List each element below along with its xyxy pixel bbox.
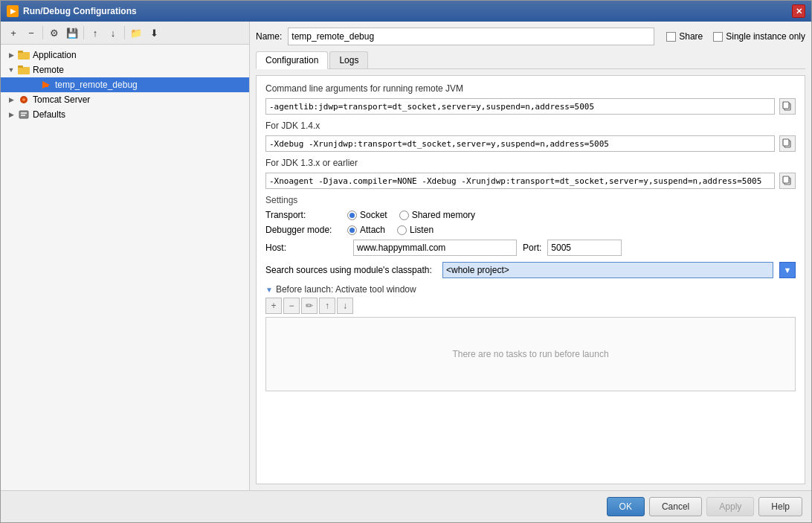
- cmd-section-label: Command line arguments for running remot…: [265, 83, 796, 94]
- expand-application-icon[interactable]: [5, 49, 17, 61]
- classpath-select[interactable]: <whole project>: [442, 262, 773, 278]
- svg-rect-8: [19, 111, 28, 118]
- listen-label: Listen: [410, 225, 434, 235]
- single-instance-checkbox[interactable]: [713, 32, 723, 42]
- apply-button[interactable]: Apply: [706, 497, 754, 516]
- svg-rect-3: [18, 65, 23, 68]
- shared-memory-radio-item[interactable]: Shared memory: [399, 210, 475, 220]
- attach-radio[interactable]: [347, 225, 357, 235]
- socket-radio[interactable]: [347, 211, 357, 220]
- sort-button[interactable]: ⬇: [146, 25, 162, 41]
- host-label: Host:: [265, 243, 347, 253]
- svg-rect-0: [18, 52, 30, 60]
- cmd-field-row: [265, 98, 796, 115]
- debugger-mode-row: Debugger mode: Attach Listen: [265, 225, 796, 235]
- cmd-input[interactable]: [265, 98, 775, 115]
- remote-label: Remote: [33, 65, 245, 75]
- window-title: Run/Debug Configurations: [23, 6, 137, 16]
- share-checkbox[interactable]: [666, 32, 676, 42]
- jdk13-input[interactable]: [265, 173, 775, 189]
- save-temp-config-button[interactable]: 💾: [64, 25, 80, 41]
- share-label: Share: [679, 31, 703, 42]
- close-button[interactable]: ✕: [792, 4, 805, 18]
- listen-radio-item[interactable]: Listen: [397, 225, 434, 235]
- expand-remote-icon[interactable]: [5, 64, 17, 76]
- attach-label: Attach: [360, 225, 385, 235]
- tree-item-defaults[interactable]: Defaults: [1, 107, 249, 122]
- before-launch-up-button[interactable]: ↑: [319, 298, 335, 314]
- jdk14-copy-button[interactable]: [779, 135, 796, 152]
- single-instance-label: Single instance only: [726, 31, 805, 42]
- before-launch-remove-button[interactable]: −: [283, 298, 300, 314]
- before-launch-down-button[interactable]: ↓: [337, 298, 353, 314]
- ok-button[interactable]: OK: [607, 497, 645, 516]
- host-input[interactable]: [353, 240, 517, 256]
- tree-item-tomcat[interactable]: Tomcat Server: [1, 92, 249, 107]
- transport-radio-group: Socket Shared memory: [347, 210, 475, 220]
- before-launch-empty-area: There are no tasks to run before launch: [265, 317, 796, 391]
- remove-config-button[interactable]: −: [23, 25, 39, 41]
- left-toolbar: + − ⚙ 💾 ↑ ↓ 📁 ⬇: [1, 22, 249, 45]
- copy-config-button[interactable]: ⚙: [46, 25, 62, 41]
- before-launch-edit-button[interactable]: ✏: [301, 298, 318, 314]
- settings-section: Settings Transport: Socket Shared memory: [265, 195, 796, 256]
- svg-rect-12: [783, 102, 789, 109]
- host-port-row: Host: Port:: [265, 240, 796, 256]
- before-launch-label: Before launch: Activate tool window: [276, 284, 416, 295]
- share-checkbox-item[interactable]: Share: [666, 31, 703, 42]
- socket-label: Socket: [360, 210, 387, 220]
- svg-marker-4: [42, 81, 50, 89]
- single-instance-checkbox-item[interactable]: Single instance only: [713, 31, 805, 42]
- shared-memory-radio[interactable]: [399, 211, 409, 220]
- tab-logs[interactable]: Logs: [329, 51, 368, 68]
- move-up-button[interactable]: ↑: [87, 25, 103, 41]
- cancel-button[interactable]: Cancel: [649, 497, 702, 516]
- toolbar-separator-1: [42, 26, 43, 39]
- before-launch-section: ▼ Before launch: Activate tool window + …: [265, 284, 796, 391]
- tree-item-remote[interactable]: Remote: [1, 62, 249, 77]
- name-input[interactable]: [288, 28, 654, 45]
- svg-rect-16: [783, 176, 789, 183]
- socket-radio-item[interactable]: Socket: [347, 210, 387, 220]
- svg-rect-14: [783, 139, 789, 146]
- cmd-copy-button[interactable]: [779, 98, 796, 115]
- classpath-value: <whole project>: [446, 265, 509, 275]
- bottom-bar: OK Cancel Apply Help: [1, 490, 811, 522]
- attach-radio-item[interactable]: Attach: [347, 225, 385, 235]
- expand-tomcat-icon[interactable]: [5, 94, 17, 106]
- name-row: Name: Share Single instance only: [256, 28, 805, 45]
- before-launch-header: ▼ Before launch: Activate tool window: [265, 284, 796, 295]
- port-label: Port:: [523, 243, 541, 253]
- expand-defaults-icon[interactable]: [5, 109, 17, 121]
- temp-remote-debug-label: temp_remote_debug: [55, 80, 245, 90]
- port-input[interactable]: [547, 240, 622, 256]
- svg-rect-1: [18, 51, 23, 53]
- add-config-button[interactable]: +: [5, 25, 22, 41]
- before-launch-add-button[interactable]: +: [265, 298, 282, 314]
- app-icon: ▶: [7, 5, 19, 17]
- tab-configuration[interactable]: Configuration: [256, 51, 328, 69]
- toolbar-separator-3: [124, 26, 125, 39]
- listen-radio[interactable]: [397, 225, 407, 235]
- jdk13-field-row: [265, 173, 796, 189]
- defaults-label: Defaults: [33, 109, 245, 120]
- classpath-label: Search sources using module's classpath:: [265, 265, 436, 275]
- jdk13-copy-button[interactable]: [779, 173, 796, 189]
- settings-title: Settings: [265, 195, 796, 205]
- tree-item-application[interactable]: Application: [1, 48, 249, 62]
- defaults-icon: [17, 109, 30, 120]
- jdk13-section-label: For JDK 1.3.x or earlier: [265, 158, 796, 168]
- before-launch-collapse-icon[interactable]: ▼: [265, 286, 273, 294]
- shared-memory-label: Shared memory: [412, 210, 475, 220]
- jdk14-input[interactable]: [265, 135, 775, 152]
- move-down-button[interactable]: ↓: [105, 25, 121, 41]
- debugger-radio-group: Attach Listen: [347, 225, 434, 235]
- remote-folder-icon: [17, 65, 30, 75]
- options-group: Share Single instance only: [666, 31, 805, 42]
- application-folder-icon: [17, 50, 30, 60]
- classpath-dropdown-button[interactable]: ▼: [779, 262, 796, 278]
- help-button[interactable]: Help: [758, 497, 802, 516]
- application-label: Application: [33, 50, 245, 60]
- new-folder-button[interactable]: 📁: [128, 25, 144, 41]
- tree-item-temp-remote-debug[interactable]: temp_remote_debug: [1, 77, 249, 92]
